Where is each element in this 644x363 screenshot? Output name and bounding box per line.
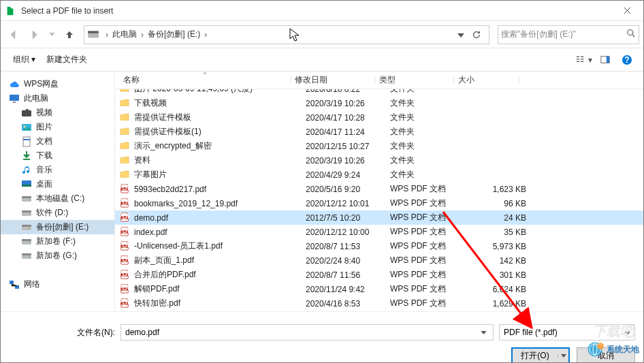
file-type: 文件夹	[386, 112, 465, 123]
file-date: 2020/2/24 8:40	[302, 256, 386, 266]
tree-item-drivee[interactable]: 备份[勿删] (E:)	[1, 220, 114, 234]
file-row[interactable]: 资料2020/3/19 10:26文件夹	[115, 153, 643, 168]
file-row[interactable]: 图片 2020-03-09 11,49,09 (尺度)2020/6/18 8:2…	[115, 89, 643, 96]
file-row[interactable]: 演示_encrypted_解密2020/12/15 10:27文件夹	[115, 139, 643, 153]
navigation-tree[interactable]: WPS网盘此电脑视频图片文档下载音乐桌面本地磁盘 (C:)软件 (D:)备份[勿…	[1, 72, 115, 311]
search-input[interactable]: 搜索"备份[勿删] (E:)"	[498, 25, 639, 44]
file-row[interactable]: PDF解锁PDF.pdf2020/11/24 9:42WPS PDF 文档6,6…	[115, 282, 643, 296]
svg-rect-18	[23, 137, 30, 146]
file-name: 副本_页面_1.pdf	[134, 255, 302, 266]
file-row[interactable]: PDF-Unlicensed-员工表1.pdf2020/8/7 11:53WPS…	[115, 239, 643, 253]
address-dropdown[interactable]	[455, 30, 467, 40]
svg-point-31	[29, 227, 30, 229]
tree-item-drivec[interactable]: 本地磁盘 (C:)	[1, 191, 114, 206]
filename-label: 文件名(N):	[73, 327, 120, 338]
file-type: WPS PDF 文档	[386, 255, 465, 266]
tree-item-label: 此电脑	[24, 93, 48, 104]
open-dropdown[interactable]	[558, 354, 568, 358]
file-size: 1,629 KB	[465, 299, 530, 309]
filename-input[interactable]: demo.pdf	[120, 324, 494, 341]
file-row[interactable]: 字幕图片2020/4/29 9:24文件夹	[115, 168, 643, 182]
file-row[interactable]: PDFdemo.pdf2012/7/5 10:20WPS PDF 文档24 KB	[115, 210, 643, 225]
file-row[interactable]: 需提供证件模板(1)2020/4/17 11:24文件夹	[115, 125, 643, 139]
column-size[interactable]: 大小	[454, 74, 519, 86]
up-button[interactable]	[61, 26, 78, 44]
filetype-select[interactable]: PDF file (*.pdf)	[499, 324, 635, 341]
tree-item-documents[interactable]: 文档	[1, 134, 114, 148]
svg-text:PDF: PDF	[119, 227, 130, 234]
folderdark-icon	[21, 108, 32, 119]
recent-dropdown[interactable]	[46, 27, 58, 42]
svg-text:PDF: PDF	[119, 270, 130, 277]
tree-item-music[interactable]: 音乐	[1, 163, 114, 177]
filename-dropdown[interactable]	[478, 331, 489, 334]
svg-rect-24	[22, 196, 31, 198]
tree-item-wps[interactable]: WPS网盘	[1, 77, 114, 91]
tree-item-drivef[interactable]: 新加卷 (F:)	[1, 234, 114, 249]
file-row[interactable]: PDF快转加密.pdf2020/4/16 8:53WPS PDF 文档1,629…	[115, 296, 643, 311]
tree-item-spacer[interactable]	[1, 263, 114, 277]
doc-icon	[21, 136, 32, 147]
tree-item-videos[interactable]: 视频	[1, 106, 114, 120]
column-type[interactable]: 类型	[375, 74, 454, 86]
column-name[interactable]: ˄ 名称	[119, 74, 291, 86]
svg-text:PDF: PDF	[119, 255, 130, 263]
view-options-button[interactable]: ▾	[574, 52, 593, 67]
desktop-icon	[21, 179, 32, 190]
file-row[interactable]: PDFbookmarks_2019_12_19.pdf2020/12/12 10…	[115, 196, 643, 210]
none-icon	[9, 265, 20, 276]
tree-item-label: 图片	[36, 121, 52, 133]
tree-item-network[interactable]: 网络	[1, 277, 114, 291]
organize-button[interactable]: 组织 ▾	[7, 51, 41, 68]
new-folder-button[interactable]: 新建文件夹	[41, 51, 93, 68]
file-type: 文件夹	[386, 155, 465, 166]
svg-point-25	[29, 199, 30, 200]
tree-item-driveg[interactable]: 新加卷 (G:)	[1, 249, 114, 263]
tree-item-label: 视频	[36, 107, 52, 119]
tree-item-label: 新加卷 (G:)	[36, 250, 77, 262]
breadcrumb-folder[interactable]: 备份[勿删] (E:)	[147, 29, 201, 40]
svg-rect-15	[22, 110, 31, 116]
file-row[interactable]: PDF副本_页面_1.pdf2020/2/24 8:40WPS PDF 文档14…	[115, 253, 643, 268]
file-row[interactable]: PDFindex.pdf2020/12/12 10:00WPS PDF 文档35…	[115, 225, 643, 239]
file-row[interactable]: PDF5993ecb2dd217.pdf2020/5/16 9:20WPS PD…	[115, 182, 643, 196]
help-button[interactable]: ?	[617, 52, 637, 67]
drive-icon	[21, 208, 32, 219]
file-type: WPS PDF 文档	[386, 226, 465, 238]
tree-item-thispc[interactable]: 此电脑	[1, 91, 114, 106]
svg-point-37	[29, 256, 30, 257]
tree-item-desktop[interactable]: 桌面	[1, 177, 114, 191]
forward-button[interactable]	[25, 26, 43, 44]
pdf-icon: PDF	[119, 184, 131, 195]
file-type: WPS PDF 文档	[386, 212, 465, 223]
tree-item-pictures[interactable]: 图片	[1, 120, 114, 134]
download-icon	[21, 151, 32, 161]
file-row[interactable]: 需提供证件模板2020/4/17 10:28文件夹	[115, 110, 643, 125]
address-bar[interactable]: › 此电脑 › 备份[勿删] (E:) ›	[84, 25, 489, 44]
file-date: 2020/5/16 9:20	[302, 185, 386, 194]
file-date: 2012/7/5 10:20	[302, 213, 386, 223]
svg-text:PDF: PDF	[119, 298, 130, 306]
column-date[interactable]: 修改日期	[291, 74, 375, 86]
svg-rect-4	[577, 59, 579, 59]
refresh-button[interactable]	[467, 27, 486, 43]
open-button[interactable]: 打开(O)	[511, 347, 570, 363]
close-button[interactable]	[613, 1, 641, 20]
file-name: 需提供证件模板	[134, 112, 302, 123]
file-row[interactable]: PDF合并后的PDF.pdf2020/8/7 11:56WPS PDF 文档30…	[115, 268, 643, 282]
file-row[interactable]: 下载视频2020/3/19 10:26文件夹	[115, 96, 643, 110]
back-button[interactable]	[5, 26, 22, 44]
file-date: 2020/12/15 10:27	[302, 142, 386, 151]
filetype-value: PDF file (*.pdf)	[504, 328, 624, 337]
svg-rect-7	[581, 59, 583, 59]
svg-rect-3	[577, 56, 579, 57]
tree-item-drived[interactable]: 软件 (D:)	[1, 206, 114, 220]
file-type: 文件夹	[386, 89, 465, 95]
sort-indicator-icon: ˄	[203, 72, 207, 81]
pdf-icon: PDF	[119, 255, 131, 266]
file-date: 2020/4/17 11:24	[302, 127, 386, 137]
folder-icon	[119, 141, 131, 152]
tree-item-downloads[interactable]: 下载	[1, 148, 114, 163]
preview-pane-button[interactable]	[596, 52, 615, 67]
breadcrumb-root[interactable]: 此电脑	[112, 29, 138, 40]
